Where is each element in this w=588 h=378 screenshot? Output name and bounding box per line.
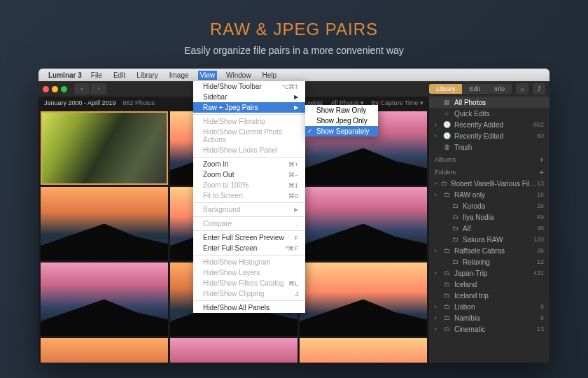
menu-item[interactable]: Zoom In⌘+: [193, 159, 305, 169]
sidebar-item[interactable]: ☆Quick Edits: [429, 108, 550, 119]
folder-icon: 🗀: [442, 270, 451, 276]
segment-library[interactable]: Library: [429, 84, 463, 94]
menu-item: Hide/Show Filmstrip: [193, 116, 305, 127]
menu-item[interactable]: Enter Full Screen^⌘F: [193, 243, 305, 253]
sidebar-item[interactable]: 🗀Ilya Nodia69: [429, 211, 550, 223]
folder-icon: 🗀: [442, 191, 451, 198]
menu-item[interactable]: Sidebar▶: [193, 92, 305, 102]
sidebar-item[interactable]: 🗑Trash: [429, 141, 550, 153]
menu-library[interactable]: Library: [134, 71, 160, 80]
sidebar-item[interactable]: ▸🗀RAW only16: [429, 189, 550, 200]
submenu-item[interactable]: Show Raw Only: [305, 105, 378, 115]
zoom-icon[interactable]: [61, 86, 67, 92]
photo-thumbnail[interactable]: [41, 338, 168, 363]
folder-icon: 🗀: [440, 180, 448, 187]
menu-item[interactable]: Raw + Jpeg Pairs▶: [193, 102, 305, 113]
photo-count: 862 Photos: [123, 99, 155, 106]
sidebar-item[interactable]: ▦All Photos: [429, 97, 550, 108]
menu-item[interactable]: Hide/Show All Panels: [193, 302, 305, 313]
menu-view[interactable]: View: [198, 71, 218, 80]
menu-item[interactable]: Enter Full Screen PreviewF: [193, 232, 305, 243]
sidebar-item[interactable]: 🗀Kuroda26: [429, 200, 550, 211]
minimize-icon[interactable]: [52, 86, 58, 92]
menu-item[interactable]: Hide/Show Toolbar⌥⌘T: [193, 81, 305, 92]
folder-icon: 🕓: [442, 121, 451, 128]
add-icon[interactable]: +: [540, 155, 544, 164]
app-window: Luminar 3 FileEditLibraryImageViewWindow…: [38, 69, 550, 363]
menu-item: Hide/Show Current Photo Actions: [193, 127, 305, 145]
folder-icon: 🗀: [450, 214, 460, 220]
folder-icon: 🗀: [442, 292, 451, 299]
menu-help[interactable]: Help: [260, 71, 279, 80]
submenu-item[interactable]: ✓Show Separately: [305, 126, 378, 136]
folder-icon: 🗀: [442, 281, 451, 288]
forward-button[interactable]: ›: [91, 83, 106, 94]
folder-icon: 🕓: [442, 132, 451, 139]
menu-item: Fit to Screen⌘0: [193, 190, 305, 201]
sort-dropdown[interactable]: By Capture Time ▾: [371, 99, 424, 106]
menu-item: Background▶: [193, 204, 305, 215]
sidebar-item[interactable]: 🗀Relaxing12: [429, 256, 550, 267]
sidebar-section-header: Folders+: [429, 165, 550, 178]
sidebar-item[interactable]: 🗀Sakura RAW120: [429, 234, 550, 245]
photo-thumbnail[interactable]: [300, 262, 427, 336]
menu-item: Zoom to 100%⌘1: [193, 180, 305, 190]
menu-edit[interactable]: Edit: [111, 71, 127, 80]
search-icon[interactable]: ⌕: [516, 83, 528, 94]
folder-icon: ☆: [442, 110, 451, 117]
folder-icon: 🗀: [442, 326, 451, 332]
menu-item: Hide/Show Looks Panel: [193, 145, 305, 155]
submenu-item[interactable]: Show Jpeg Only: [305, 115, 378, 126]
share-icon[interactable]: ⤴: [533, 83, 545, 94]
photo-thumbnail[interactable]: [300, 187, 427, 260]
sidebar-item[interactable]: 🗀Iceland trip: [429, 290, 550, 301]
folder-icon: ▦: [442, 99, 451, 106]
menu-item: Hide/Show Layers: [193, 267, 305, 278]
date-range: January 2000 - April 2019: [44, 99, 116, 106]
promo-subtitle: Easily organize file pairs in a more con…: [0, 45, 588, 56]
sidebar-item[interactable]: 🗀Alf48: [429, 223, 550, 234]
segment-edit[interactable]: Edit: [462, 84, 487, 94]
menu-item[interactable]: Zoom Out⌘−: [193, 169, 305, 180]
app-name: Luminar 3: [48, 71, 82, 79]
folder-icon: 🗀: [442, 303, 451, 310]
raw-jpeg-submenu: Show Raw OnlyShow Jpeg Only✓Show Separat…: [305, 105, 378, 136]
folder-icon: 🗀: [450, 258, 460, 265]
photo-thumbnail[interactable]: [41, 111, 168, 185]
menu-image[interactable]: Image: [167, 71, 191, 80]
segment-info[interactable]: Info: [487, 84, 512, 94]
sidebar-item[interactable]: ▸🗀Raffaele Cabras36: [429, 245, 550, 256]
folder-icon: 🗀: [450, 225, 460, 232]
folder-icon: 🗀: [442, 314, 451, 321]
menu-item: Hide/Show Histogram: [193, 257, 305, 267]
photo-thumbnail[interactable]: [41, 262, 168, 336]
menu-file[interactable]: File: [89, 71, 104, 80]
sidebar-item[interactable]: ▸🗀Japan-Trip431: [429, 267, 550, 279]
photo-thumbnail[interactable]: [170, 338, 298, 363]
sidebar-item[interactable]: ▸🗀Namibia6: [429, 312, 550, 323]
sidebar-item[interactable]: ▸🕓Recently Edited60: [429, 130, 550, 141]
photo-thumbnail[interactable]: [41, 187, 168, 260]
sidebar-item[interactable]: 🗀Iceland: [429, 279, 550, 290]
close-icon[interactable]: [43, 86, 49, 92]
view-menu-dropdown: Hide/Show Toolbar⌥⌘TSidebar▶Raw + Jpeg P…: [193, 81, 305, 313]
sidebar: ▦All Photos☆Quick Edits▸🕓Recently Added8…: [429, 97, 550, 363]
menu-item: Hide/Show Filters Catalog⌘L: [193, 278, 305, 288]
folder-icon: 🗀: [442, 247, 451, 254]
back-button[interactable]: ‹: [74, 83, 90, 94]
window-controls: [43, 86, 67, 92]
menubar: Luminar 3 FileEditLibraryImageViewWindow…: [38, 69, 550, 81]
menu-item: Compare;: [193, 218, 305, 229]
sidebar-item[interactable]: ▸🗀Lisbon9: [429, 301, 550, 312]
mode-segments: LibraryEditInfo: [429, 84, 512, 94]
sidebar-item[interactable]: ▸🗀Robert Vanelli-Various Files-Out…13: [429, 178, 550, 189]
add-icon[interactable]: +: [540, 168, 544, 176]
folder-icon: 🗑: [442, 144, 451, 150]
photo-thumbnail[interactable]: [300, 338, 427, 363]
sidebar-item[interactable]: ▸🗀Cinematic13: [429, 323, 550, 335]
promo-title: RAW & JPEG PAIRS: [0, 20, 588, 39]
folder-icon: 🗀: [450, 202, 460, 209]
sidebar-item[interactable]: ▸🕓Recently Added862: [429, 119, 550, 130]
menu-item: Hide/Show ClippingJ: [193, 288, 305, 299]
menu-window[interactable]: Window: [224, 71, 253, 80]
